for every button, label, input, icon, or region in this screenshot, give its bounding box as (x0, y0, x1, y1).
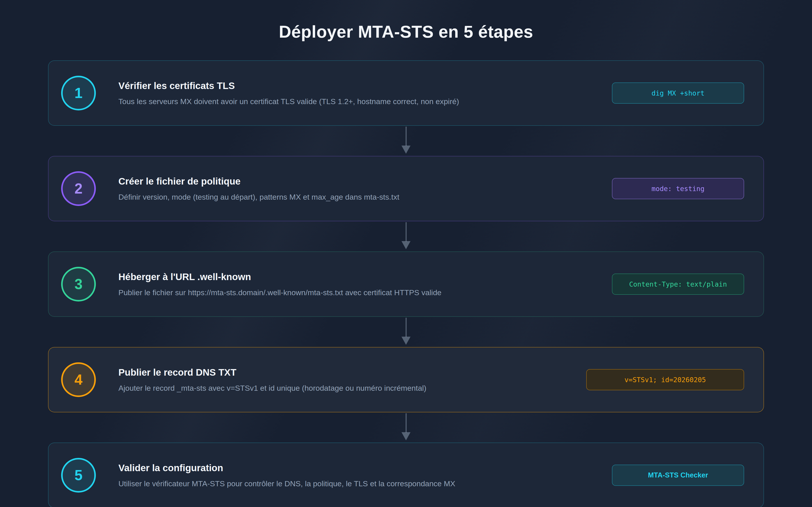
step-text-block: Héberger à l'URL .well-known Publier le … (118, 272, 612, 297)
step-number: 3 (74, 276, 83, 292)
step-card-4: 4 Publier le record DNS TXT Ajouter le r… (48, 347, 764, 412)
step-card-3: 3 Héberger à l'URL .well-known Publier l… (48, 251, 764, 317)
step-number-badge: 1 (61, 76, 96, 110)
step-code-chip: mode: testing (612, 178, 744, 199)
step-number: 4 (74, 371, 83, 388)
flow-connector (48, 412, 764, 443)
step-description: Publier le fichier sur https://mta-sts.d… (118, 288, 598, 297)
steps-flow: 1 Vérifier les certificats TLS Tous les … (48, 60, 764, 507)
step-code-chip: v=STSv1; id=20260205 (586, 369, 744, 390)
page-title: Déployer MTA-STS en 5 étapes (48, 22, 764, 42)
step-description: Utiliser le vérificateur MTA-STS pour co… (118, 479, 598, 488)
step-text-block: Publier le record DNS TXT Ajouter le rec… (118, 367, 586, 393)
flow-connector (48, 126, 764, 156)
step-text-block: Valider la configuration Utiliser le vér… (118, 463, 612, 488)
step-title: Publier le record DNS TXT (118, 367, 573, 378)
mta-sts-checker-button[interactable]: MTA-STS Checker (612, 465, 744, 486)
step-number-badge: 4 (61, 362, 96, 397)
step-text-block: Vérifier les certificats TLS Tous les se… (118, 80, 612, 106)
step-title: Vérifier les certificats TLS (118, 80, 598, 91)
step-code-chip: dig MX +short (612, 82, 744, 104)
step-card-2: 2 Créer le fichier de politique Définir … (48, 156, 764, 221)
step-description: Définir version, mode (testing au départ… (118, 193, 598, 202)
step-number-badge: 2 (61, 171, 96, 206)
flow-connector (48, 317, 764, 347)
mta-sts-deployment-diagram: Déployer MTA-STS en 5 étapes 1 Vérifier … (48, 0, 764, 507)
step-text-block: Créer le fichier de politique Définir ve… (118, 176, 612, 202)
flow-connector (48, 221, 764, 251)
step-description: Tous les serveurs MX doivent avoir un ce… (118, 97, 598, 106)
arrow-stem (406, 127, 407, 146)
step-description: Ajouter le record _mta-sts avec v=STSv1 … (118, 384, 573, 393)
arrow-stem (406, 318, 407, 337)
arrow-down-icon (402, 432, 410, 440)
step-code-chip: Content-Type: text/plain (612, 274, 744, 295)
step-number: 2 (74, 180, 83, 197)
step-card-1: 1 Vérifier les certificats TLS Tous les … (48, 60, 764, 126)
arrow-stem (406, 413, 407, 433)
step-number: 5 (74, 467, 83, 484)
step-number-badge: 5 (61, 458, 96, 493)
arrow-down-icon (402, 146, 410, 154)
step-title: Héberger à l'URL .well-known (118, 272, 598, 282)
step-card-5: 5 Valider la configuration Utiliser le v… (48, 443, 764, 507)
step-number-badge: 3 (61, 267, 96, 301)
step-number: 1 (74, 85, 83, 101)
step-title: Créer le fichier de politique (118, 176, 598, 187)
arrow-stem (406, 222, 407, 241)
step-title: Valider la configuration (118, 463, 598, 473)
arrow-down-icon (402, 241, 410, 249)
arrow-down-icon (402, 337, 410, 345)
